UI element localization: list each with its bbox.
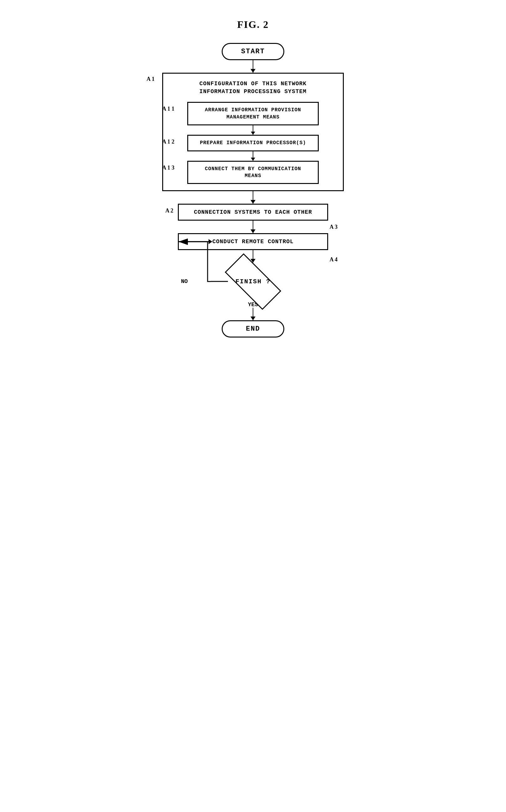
label-a4: A 4 — [329, 256, 338, 263]
page: FIG. 2 START A 1 CONFIGURATION OF THIS N… — [126, 6, 380, 412]
label-a2: A 2 — [165, 208, 173, 214]
no-label: NO — [181, 278, 188, 285]
start-node: START — [222, 43, 284, 60]
label-a13: A 1 3 — [162, 164, 174, 171]
inner-boxes: A 1 1 ARRANGE INFORMATION PROVISIONMANAG… — [169, 102, 337, 184]
node-a13: CONNECT THEM BY COMMUNICATIONMEANS — [187, 161, 319, 184]
no-arrow-horizontal — [211, 281, 228, 282]
node-a2: CONNECTION SYSTEMS TO EACH OTHER — [178, 204, 328, 221]
flowchart: START A 1 CONFIGURATION OF THIS NETWORKI… — [145, 43, 361, 338]
node-a12: PREPARE INFORMATION PROCESSOR(S) — [187, 135, 319, 151]
end-node: END — [222, 320, 284, 338]
node-a11: ARRANGE INFORMATION PROVISIONMANAGEMENT … — [187, 102, 319, 125]
label-a3: A 3 — [329, 224, 338, 230]
label-a11: A 1 1 — [162, 105, 174, 112]
label-a12: A 1 2 — [162, 139, 174, 145]
figure-title: FIG. 2 — [237, 19, 269, 30]
group-a1: CONFIGURATION OF THIS NETWORKINFORMATION… — [162, 73, 344, 191]
group-a1-title: CONFIGURATION OF THIS NETWORKINFORMATION… — [169, 80, 337, 95]
label-a1: A 1 — [147, 76, 155, 82]
finish-label: FINISH ? — [236, 278, 270, 285]
